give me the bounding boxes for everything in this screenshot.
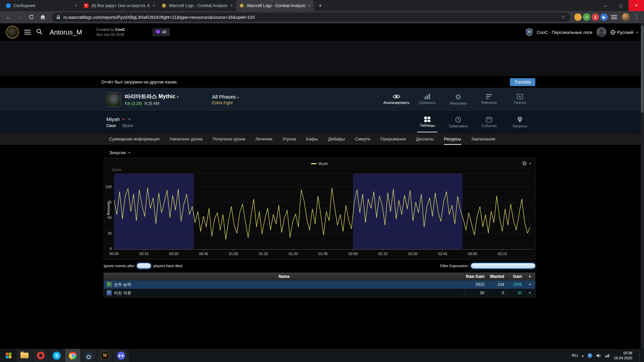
tab-dispels[interactable]: Диспелы — [416, 133, 434, 145]
tray-app-icon[interactable] — [588, 353, 592, 358]
new-tab-button[interactable]: + — [316, 1, 325, 10]
tab-damage-taken[interactable]: Получено урона — [213, 133, 246, 145]
browser-tab-warcraftlogs-active[interactable]: Warcraft Logs - Combat Analysis × — [236, 0, 314, 11]
view-analyze[interactable]: Анализировать — [381, 93, 412, 107]
report-author[interactable]: CooC — [115, 27, 125, 32]
remove-player-icon[interactable]: ✕ — [122, 117, 125, 122]
scrollbar-thumb[interactable] — [641, 25, 644, 113]
chart-settings[interactable]: ▾ — [522, 161, 531, 166]
resource-chart-svg[interactable]: 025507510000:0000:1500:3000:4501:0001:15… — [104, 158, 535, 259]
start-button[interactable] — [0, 349, 17, 362]
view-replay[interactable]: Повтор — [504, 93, 535, 107]
address-bar[interactable]: ru.warcraftlogs.com/reports/PyzdXBqL3HaR… — [52, 12, 570, 22]
table-row[interactable]: 전투 능력 2910 104 2806 + — [104, 281, 535, 289]
back-icon[interactable]: ← — [3, 12, 13, 22]
col-name[interactable]: Name — [104, 273, 465, 281]
tray-chevron-up-icon[interactable]: ▴ — [582, 353, 584, 358]
taskbar-clock[interactable]: 18:38 19.04.2020 — [614, 351, 632, 361]
url-text[interactable]: ru.warcraftlogs.com/reports/PyzdXBqL3HaR… — [63, 15, 558, 20]
enemies-tab[interactable]: Враги — [122, 123, 133, 128]
bookmark-star-icon[interactable]: ☆ — [561, 14, 566, 20]
phase-selector[interactable]: All Phases▾ — [212, 94, 239, 100]
reading-list-icon[interactable] — [609, 12, 619, 22]
maximize-button[interactable]: ▢ — [613, 0, 629, 11]
view-timelines[interactable]: Таймлайны — [443, 115, 474, 129]
tab-close-icon[interactable]: × — [74, 3, 77, 8]
tab-healing[interactable]: Лечение — [255, 133, 272, 145]
taskbar-discord[interactable] — [113, 349, 129, 362]
taskbar-explorer[interactable] — [17, 349, 32, 362]
boss-selector[interactable]: 바리마트라스 Mythic▾ — [125, 93, 178, 100]
view-tables[interactable]: Таблицы — [412, 115, 443, 129]
view-compare[interactable]: Сравнить — [412, 93, 443, 107]
view-rankings[interactable]: Рейтинги — [474, 93, 504, 107]
spell-name[interactable]: 전투 능력 — [114, 282, 131, 287]
close-button[interactable]: ✕ — [629, 0, 644, 11]
boss-portrait[interactable] — [106, 92, 121, 107]
speaker-icon[interactable] — [596, 354, 601, 358]
browser-tab-youtube[interactable]: (8) Все умрут. Они останутся. Ко × — [80, 0, 158, 11]
chart-legend[interactable]: Miyah — [311, 162, 328, 166]
browser-tab-messages[interactable]: Сообщения × — [3, 0, 80, 11]
show-desktop-button[interactable] — [639, 349, 641, 362]
refresh-icon[interactable] — [26, 12, 36, 22]
tab-close-icon[interactable]: × — [152, 3, 155, 8]
forward-icon[interactable]: → — [15, 12, 25, 22]
col-raw-gain[interactable]: Raw Gain — [465, 273, 487, 281]
tab-threat[interactable]: Угроза — [282, 133, 296, 145]
ranking-list-icon — [486, 94, 492, 99]
taskbar-steam[interactable] — [81, 349, 97, 362]
extension-icon-1[interactable] — [574, 13, 582, 21]
table-row[interactable]: 비전 격류 30 0 30 + — [104, 289, 535, 297]
filter-expression-input[interactable] — [471, 263, 535, 268]
resource-type-selector[interactable]: Энергия ▾ — [109, 150, 130, 155]
tab-deaths[interactable]: Смерти — [355, 133, 370, 145]
user-avatar[interactable] — [596, 27, 606, 37]
minimize-button[interactable]: — — [598, 0, 613, 11]
resource-chart[interactable]: 025507510000:0000:1500:3000:4501:0001:15… — [104, 158, 535, 260]
tab-debuffs[interactable]: Дебафы — [328, 133, 345, 145]
language-selector[interactable]: Русский ▾ — [610, 30, 638, 35]
view-queries[interactable]: Запросы — [504, 115, 535, 129]
browser-profile-avatar[interactable] — [622, 13, 630, 21]
tab-casts[interactable]: Заклинания — [471, 133, 495, 145]
twitch-badge[interactable]: 40 — [153, 28, 170, 36]
network-icon[interactable] — [605, 354, 610, 357]
browser-tab-warcraftlogs-1[interactable]: Warcraft Logs - Combat Analysis × — [158, 0, 236, 11]
tab-summary[interactable]: Суммарная информация — [109, 133, 160, 145]
home-icon[interactable] — [38, 12, 48, 22]
extension-icon-2[interactable]: ✓ — [583, 13, 590, 21]
tab-close-icon[interactable]: × — [230, 3, 233, 8]
expand-row-button[interactable]: + — [525, 281, 535, 289]
site-info-lock-icon[interactable] — [56, 15, 60, 19]
expand-row-button[interactable]: + — [525, 289, 535, 297]
col-plus[interactable]: + — [525, 273, 535, 281]
tab-interrupts[interactable]: Прерывания — [380, 133, 406, 145]
view-mechanics[interactable]: Механики — [443, 93, 474, 107]
player-selector[interactable]: Miyah ✕ ▾ — [106, 116, 133, 122]
spell-name[interactable]: 비전 격류 — [114, 291, 131, 295]
taskbar-wow[interactable]: W — [97, 349, 113, 362]
hamburger-menu-icon[interactable] — [24, 30, 31, 35]
tab-damage-done[interactable]: Нанесено урона — [170, 133, 203, 145]
view-events[interactable]: События — [474, 115, 504, 129]
search-icon[interactable] — [36, 28, 42, 36]
account-name[interactable]: CooC - Персональные логи — [537, 30, 592, 35]
tab-buffs[interactable]: Бафы — [306, 133, 318, 145]
translate-button[interactable]: Translate — [510, 78, 535, 86]
page-scrollbar[interactable] — [641, 23, 644, 349]
col-gain[interactable]: Gain — [507, 273, 525, 281]
input-language-indicator[interactable]: RU — [572, 353, 578, 358]
browser-menu-icon[interactable]: ⋮ — [633, 14, 641, 20]
tab-close-icon[interactable]: × — [308, 3, 311, 8]
extension-icon-4[interactable]: ▶ — [600, 13, 608, 21]
warcraftlogs-logo-icon[interactable] — [6, 26, 19, 39]
extension-icon-3[interactable]: 1 — [592, 13, 599, 21]
taskbar-chrome[interactable] — [65, 349, 80, 362]
friendlies-tab[interactable]: Свои — [106, 123, 116, 128]
taskbar-skype[interactable]: S — [49, 349, 64, 362]
col-wasted[interactable]: Wasted — [487, 273, 507, 281]
deaths-count-input[interactable] — [137, 263, 151, 268]
taskbar-opera[interactable] — [33, 349, 48, 362]
tab-resources[interactable]: Ресурсы — [444, 133, 461, 145]
